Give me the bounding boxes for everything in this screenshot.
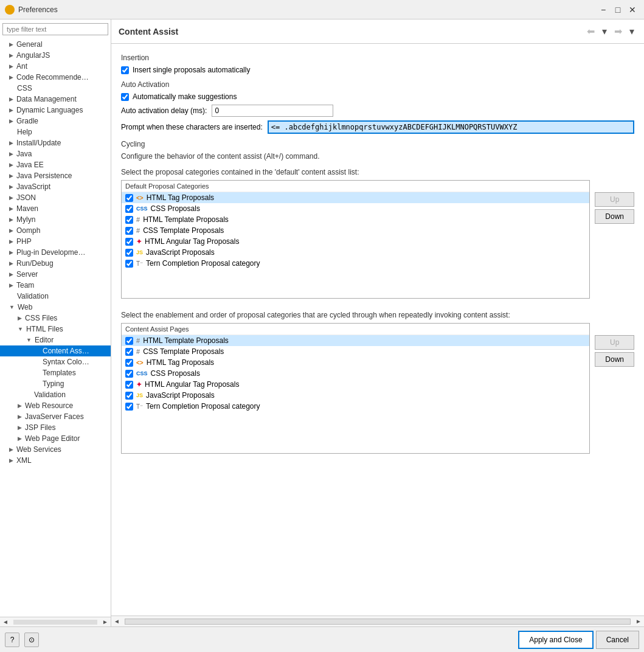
- content-scroll-left[interactable]: ◄: [111, 618, 122, 625]
- content-assist-pages-panel: Content Assist Pages # HTML Template Pro…: [121, 323, 590, 459]
- page-checkbox-tern-completion2[interactable]: [125, 403, 133, 411]
- sidebar-item-web-resource[interactable]: ▶Web Resource: [0, 400, 111, 411]
- sidebar-item-validation-web[interactable]: Validation: [0, 389, 111, 400]
- sidebar-hscrollbar[interactable]: ◄ ►: [0, 617, 111, 626]
- page-checkbox-css-proposals2[interactable]: [125, 370, 133, 378]
- sidebar-item-json[interactable]: ▶JSON: [0, 192, 111, 203]
- sidebar-item-web[interactable]: ▼Web: [0, 302, 111, 313]
- sidebar-item-html-files[interactable]: ▼HTML Files: [0, 324, 111, 335]
- sidebar-item-mylyn[interactable]: ▶Mylyn: [0, 214, 111, 225]
- label-html-template: HTML Template Proposals: [143, 215, 229, 224]
- cancel-button[interactable]: Cancel: [596, 631, 639, 649]
- sidebar-item-java-persistence[interactable]: ▶Java Persistence: [0, 170, 111, 181]
- nav-dropdown-button[interactable]: ▾: [600, 24, 609, 38]
- sidebar-item-java[interactable]: ▶Java: [0, 148, 111, 159]
- default-proposal-html-angular[interactable]: ✦ HTML Angular Tag Proposals: [122, 236, 589, 247]
- pages-up-button[interactable]: Up: [595, 335, 634, 350]
- forward-button[interactable]: ➡: [612, 24, 625, 38]
- help-button[interactable]: ?: [5, 633, 19, 647]
- checkbox-html-angular[interactable]: [125, 238, 133, 246]
- sidebar-item-team[interactable]: ▶Team: [0, 280, 111, 291]
- page-checkbox-js-proposals2[interactable]: [125, 392, 133, 400]
- sidebar-item-general[interactable]: ▶General: [0, 39, 111, 50]
- default-proposal-css-template[interactable]: # CSS Template Proposals: [122, 225, 589, 236]
- sidebar-item-data-management[interactable]: ▶Data Management: [0, 94, 111, 105]
- default-proposal-css-proposals[interactable]: CSS CSS Proposals: [122, 203, 589, 214]
- page-proposal-js-proposals2[interactable]: JS JavaScript Proposals: [122, 390, 589, 401]
- tree-arrow-gradle: ▶: [9, 118, 13, 124]
- checkbox-html-tag[interactable]: [125, 194, 133, 202]
- sidebar-item-validation[interactable]: Validation: [0, 291, 111, 302]
- sidebar-item-maven[interactable]: ▶Maven: [0, 203, 111, 214]
- hscroll-track[interactable]: [13, 620, 97, 625]
- filter-input[interactable]: [2, 23, 108, 35]
- page-proposal-css-proposals2[interactable]: CSS CSS Proposals: [122, 368, 589, 379]
- page-proposal-html-angular2[interactable]: ✦ HTML Angular Tag Proposals: [122, 379, 589, 390]
- sidebar-item-install-update[interactable]: ▶Install/Update: [0, 137, 111, 148]
- sidebar-item-dynamic-languages[interactable]: ▶Dynamic Languages: [0, 105, 111, 116]
- default-proposal-html-tag[interactable]: <> HTML Tag Proposals: [122, 192, 589, 203]
- sidebar-item-oomph[interactable]: ▶Oomph: [0, 225, 111, 236]
- scroll-left-arrow[interactable]: ◄: [0, 619, 11, 625]
- checkbox-css-template[interactable]: [125, 227, 133, 235]
- preferences-button[interactable]: ⊙: [24, 633, 39, 647]
- checkbox-css-proposals[interactable]: [125, 205, 133, 213]
- sidebar-item-css-files[interactable]: ▶CSS Files: [0, 313, 111, 324]
- sidebar-item-content-assist[interactable]: Content Ass…: [0, 345, 111, 356]
- page-proposal-tern-completion2[interactable]: T⁻ Tern Completion Proposal category: [122, 401, 589, 412]
- sidebar-item-plugin-development[interactable]: ▶Plug-in Developme…: [0, 247, 111, 258]
- default-down-button[interactable]: Down: [595, 209, 634, 224]
- default-proposal-tern-completion[interactable]: T⁻ Tern Completion Proposal category: [122, 258, 589, 269]
- page-checkbox-css-template2[interactable]: [125, 348, 133, 356]
- sidebar-item-ant[interactable]: ▶Ant: [0, 61, 111, 72]
- sidebar-item-templates[interactable]: Templates: [0, 367, 111, 378]
- sidebar-item-jsp-files[interactable]: ▶JSP Files: [0, 422, 111, 433]
- default-up-button[interactable]: Up: [595, 192, 634, 207]
- insert-single-checkbox[interactable]: [121, 66, 129, 74]
- maximize-button[interactable]: □: [611, 3, 625, 16]
- content-scroll-right[interactable]: ►: [633, 618, 644, 625]
- page-proposal-html-tag2[interactable]: <> HTML Tag Proposals: [122, 357, 589, 368]
- checkbox-html-template[interactable]: [125, 216, 133, 224]
- sidebar-item-xml[interactable]: ▶XML: [0, 455, 111, 466]
- page-checkbox-html-tag2[interactable]: [125, 359, 133, 367]
- pages-down-button[interactable]: Down: [595, 352, 634, 367]
- delay-input[interactable]: [212, 105, 333, 117]
- tree-arrow-editor: ▼: [26, 337, 32, 343]
- forward-dropdown-button[interactable]: ▾: [627, 24, 637, 38]
- sidebar-item-help[interactable]: Help: [0, 127, 111, 137]
- sidebar-item-javascript[interactable]: ▶JavaScript: [0, 181, 111, 192]
- sidebar-item-syntax-coloring[interactable]: Syntax Colo…: [0, 356, 111, 367]
- sidebar-item-php[interactable]: ▶PHP: [0, 236, 111, 247]
- default-proposal-html-template[interactable]: # HTML Template Proposals: [122, 214, 589, 225]
- sidebar-item-angularjs[interactable]: ▶AngularJS: [0, 50, 111, 61]
- close-button[interactable]: ✕: [626, 3, 639, 16]
- sidebar-item-java-ee[interactable]: ▶Java EE: [0, 159, 111, 170]
- back-button[interactable]: ⬅: [584, 24, 597, 38]
- page-proposal-html-template2[interactable]: # HTML Template Proposals: [122, 335, 589, 346]
- sidebar-item-javaserver-faces[interactable]: ▶JavaServer Faces: [0, 411, 111, 422]
- sidebar-item-code-recommender[interactable]: ▶Code Recommende…: [0, 72, 111, 83]
- sidebar-item-css[interactable]: CSS: [0, 83, 111, 94]
- apply-close-button[interactable]: Apply and Close: [518, 631, 593, 649]
- label-css-proposals: CSS Proposals: [151, 204, 200, 213]
- default-proposal-js-proposals[interactable]: JS JavaScript Proposals: [122, 247, 589, 258]
- content-hscrollbar[interactable]: ◄ ►: [111, 616, 644, 626]
- content-scroll-track[interactable]: [125, 619, 631, 625]
- sidebar-item-server[interactable]: ▶Server: [0, 269, 111, 280]
- checkbox-js-proposals[interactable]: [125, 249, 133, 257]
- page-checkbox-html-angular2[interactable]: [125, 381, 133, 389]
- prompt-input[interactable]: [268, 120, 634, 134]
- checkbox-tern-completion[interactable]: [125, 260, 133, 268]
- sidebar-item-gradle[interactable]: ▶Gradle: [0, 116, 111, 127]
- page-checkbox-html-template2[interactable]: [125, 337, 133, 345]
- sidebar-item-run-debug[interactable]: ▶Run/Debug: [0, 258, 111, 269]
- minimize-button[interactable]: −: [597, 3, 610, 16]
- scroll-right-arrow[interactable]: ►: [100, 619, 111, 625]
- sidebar-item-web-services[interactable]: ▶Web Services: [0, 444, 111, 455]
- auto-suggestions-checkbox[interactable]: [121, 93, 129, 101]
- page-proposal-css-template2[interactable]: # CSS Template Proposals: [122, 346, 589, 357]
- sidebar-item-editor[interactable]: ▼Editor: [0, 335, 111, 345]
- sidebar-item-web-page-editor[interactable]: ▶Web Page Editor: [0, 433, 111, 444]
- sidebar-item-typing[interactable]: Typing: [0, 378, 111, 389]
